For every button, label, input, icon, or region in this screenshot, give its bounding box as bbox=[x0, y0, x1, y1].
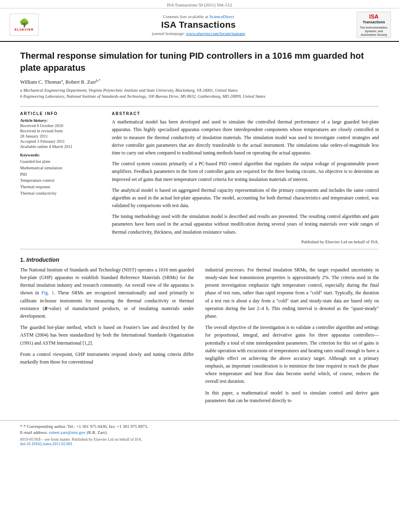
intro-col-right: industrial processes. For thermal insula… bbox=[205, 266, 379, 408]
authors-line: William C. Thomasa, Robert R. Zarrb,* bbox=[20, 78, 379, 85]
footnote-star-sym: * bbox=[20, 424, 23, 429]
journal-header: 🌳 ELSEVIER Contents lists available at S… bbox=[0, 8, 399, 42]
elsevier-tree-icon: 🌳 bbox=[19, 18, 29, 28]
keyword-5: Thermal response bbox=[20, 184, 101, 190]
available-date: Available online 4 March 2011 bbox=[20, 144, 101, 149]
keyword-3: PID bbox=[20, 171, 101, 178]
intro-col1-para3: From a control viewpoint, GHP instrument… bbox=[20, 351, 194, 366]
article-info-heading: ARTICLE INFO bbox=[20, 111, 101, 116]
section-title-text: Introduction bbox=[27, 257, 60, 263]
author1-sup: a bbox=[61, 78, 63, 82]
sciencedirect-line: Contents lists available at ScienceDirec… bbox=[40, 14, 357, 19]
abstract-para3: The analytical model is based on aggrega… bbox=[112, 187, 379, 210]
abstract-col: ABSTRACT A mathematical model has been d… bbox=[112, 111, 379, 244]
homepage-link[interactable]: www.elsevier.com/locate/isatrans bbox=[186, 31, 245, 36]
article-title: Thermal response simulation for tuning P… bbox=[20, 50, 379, 74]
footnote-text: * * Corresponding author. Tel.: +1 301 9… bbox=[20, 424, 379, 429]
isa-logo-text: ISA Transactions The Instrumentation,Sys… bbox=[360, 13, 388, 37]
section-title: 1. Introduction bbox=[20, 257, 379, 263]
citation-text: ISA Transactions 50 (2011) 504–512 bbox=[167, 2, 232, 7]
section-number: 1. bbox=[20, 257, 25, 263]
accepted-date: Accepted 3 February 2011 bbox=[20, 139, 101, 144]
abstract-para2: The control system consists primarily of… bbox=[112, 160, 379, 183]
affiliations: a Mechanical Engineering Department, Vir… bbox=[20, 87, 379, 100]
email-label: E-mail address: bbox=[20, 430, 48, 435]
contents-text: Contents lists available at bbox=[163, 14, 208, 19]
intro-col2-para1: industrial processes. For thermal insula… bbox=[205, 266, 379, 320]
homepage-label: journal homepage: bbox=[152, 31, 185, 36]
intro-col2-para2: The overall objective of the investigati… bbox=[205, 324, 379, 386]
footer: * * Corresponding author. Tel.: +1 301 9… bbox=[0, 420, 399, 449]
article-info-col: ARTICLE INFO Article history: Received 6… bbox=[20, 111, 101, 244]
fig1-link[interactable]: Fig. 1 bbox=[41, 290, 54, 296]
main-content: Thermal response simulation for tuning P… bbox=[0, 42, 399, 416]
author1-name: William C. Thomas bbox=[20, 79, 61, 85]
footnote-content: * Corresponding author. Tel.: +1 301 975… bbox=[23, 424, 148, 429]
author2-name: Robert R. Zarr bbox=[66, 79, 96, 85]
abstract-text: A mathematical model has been developed … bbox=[112, 118, 379, 236]
affiliation-b: b Engineering Laboratory, National Insti… bbox=[20, 93, 379, 100]
author2-sup: b,* bbox=[96, 78, 101, 82]
introduction-section: 1. Introduction The National Institute o… bbox=[20, 257, 379, 408]
divider-2 bbox=[20, 249, 379, 249]
isa-logo: ISA Transactions The Instrumentation,Sys… bbox=[357, 12, 391, 38]
divider-1 bbox=[20, 106, 379, 107]
elsevier-logo-box: 🌳 ELSEVIER bbox=[10, 14, 39, 36]
intro-col-left: The National Institute of Standards and … bbox=[20, 266, 194, 408]
elsevier-text: ELSEVIER bbox=[14, 28, 34, 31]
intro-col2-para3: In this paper, a mathematical model is u… bbox=[205, 389, 379, 405]
keyword-2: Mathematical simulation bbox=[20, 165, 101, 171]
doi-text: doi:10.1016/j.isatra.2011.02.001 bbox=[20, 442, 379, 446]
journal-header-center: Contents lists available at ScienceDirec… bbox=[40, 14, 357, 36]
keyword-1: Guarded hot plate bbox=[20, 158, 101, 165]
keywords-label: Keywords: bbox=[20, 153, 101, 157]
citation-bar: ISA Transactions 50 (2011) 504–512 bbox=[0, 0, 399, 8]
abstract-heading: ABSTRACT bbox=[112, 111, 379, 116]
email-line: E-mail address: robert.zarr@nist.gov (R.… bbox=[20, 430, 379, 435]
received-date: Received 6 October 2010 bbox=[20, 123, 101, 128]
journal-homepage: journal homepage: www.elsevier.com/locat… bbox=[40, 31, 357, 36]
email-suffix: (R.R. Zarr). bbox=[87, 430, 108, 435]
email-link[interactable]: robert.zarr@nist.gov bbox=[49, 430, 85, 435]
keyword-4: Temperature control bbox=[20, 177, 101, 184]
elsevier-logo: 🌳 ELSEVIER bbox=[8, 14, 40, 36]
history-label: Article history: bbox=[20, 118, 101, 123]
intro-col1-para2: The guarded hot-plate method, which is b… bbox=[20, 324, 194, 347]
keyword-6: Thermal conductivity bbox=[20, 190, 101, 197]
abstract-para1: A mathematical model has been developed … bbox=[112, 118, 379, 157]
abstract-para4: The tuning methodology used with the sim… bbox=[112, 213, 379, 236]
intro-body: The National Institute of Standards and … bbox=[20, 266, 379, 408]
received-revised-label: Received in revised form bbox=[20, 129, 101, 133]
journal-title: ISA Transactions bbox=[40, 20, 357, 30]
copyright-text: 0019-0578/$ – see front matter. Publishe… bbox=[20, 437, 379, 442]
article-info-abstract: ARTICLE INFO Article history: Received 6… bbox=[20, 111, 379, 244]
published-by: Published by Elsevier Ltd on behalf of I… bbox=[112, 239, 379, 244]
received-revised-date: 28 January 2011 bbox=[20, 134, 101, 138]
affiliation-a: a Mechanical Engineering Department, Vir… bbox=[20, 87, 379, 94]
intro-col1-para1: The National Institute of Standards and … bbox=[20, 266, 194, 320]
sciencedirect-link[interactable]: ScienceDirect bbox=[209, 14, 234, 19]
